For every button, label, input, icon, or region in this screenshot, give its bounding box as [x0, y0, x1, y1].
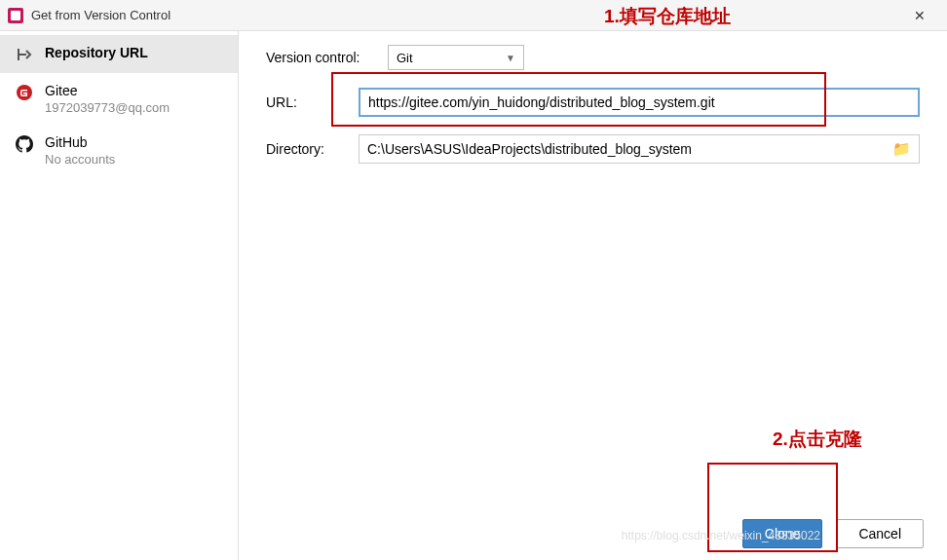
github-icon — [16, 135, 33, 153]
content-area: Repository URL Gitee 1972039773@qq.com G… — [0, 31, 947, 560]
sidebar-item-gitee[interactable]: Gitee 1972039773@qq.com — [0, 73, 238, 125]
url-row: URL: — [266, 88, 920, 117]
gitee-icon — [16, 84, 33, 101]
titlebar: Get from Version Control ✕ — [0, 0, 947, 31]
dir-label: Directory: — [266, 141, 349, 157]
url-label: URL: — [266, 94, 349, 110]
version-control-row: Version control: Git ▼ — [266, 45, 920, 70]
vc-value: Git — [397, 51, 413, 65]
directory-row: Directory: C:\Users\ASUS\IdeaProjects\di… — [266, 134, 920, 164]
clone-button[interactable]: Clone — [742, 519, 823, 548]
close-button[interactable]: ✕ — [900, 2, 939, 29]
url-input[interactable] — [359, 88, 920, 117]
sidebar-item-repository-url[interactable]: Repository URL — [0, 35, 238, 73]
sidebar-item-label: GitHub — [45, 134, 115, 150]
dir-value: C:\Users\ASUS\IdeaProjects\distributed_b… — [367, 141, 692, 157]
vc-label: Version control: — [266, 50, 378, 65]
button-bar: Clone Cancel — [742, 519, 924, 548]
window-title: Get from Version Control — [31, 8, 900, 22]
sidebar-item-label: Gitee — [45, 83, 170, 98]
directory-input[interactable]: C:\Users\ASUS\IdeaProjects\distributed_b… — [359, 134, 920, 164]
sidebar-item-github[interactable]: GitHub No accounts — [0, 125, 238, 176]
chevron-down-icon: ▼ — [506, 53, 515, 63]
sidebar: Repository URL Gitee 1972039773@qq.com G… — [0, 31, 239, 560]
main-panel: Version control: Git ▼ URL: Directory: C… — [239, 31, 947, 560]
sidebar-item-sub: 1972039773@qq.com — [45, 100, 170, 115]
folder-icon[interactable]: 📁 — [892, 140, 911, 158]
version-control-select[interactable]: Git ▼ — [388, 45, 524, 70]
cancel-button[interactable]: Cancel — [836, 519, 924, 548]
sidebar-item-sub: No accounts — [45, 152, 115, 167]
app-icon — [8, 8, 23, 23]
repo-url-icon — [16, 46, 33, 63]
sidebar-item-label: Repository URL — [45, 45, 148, 60]
